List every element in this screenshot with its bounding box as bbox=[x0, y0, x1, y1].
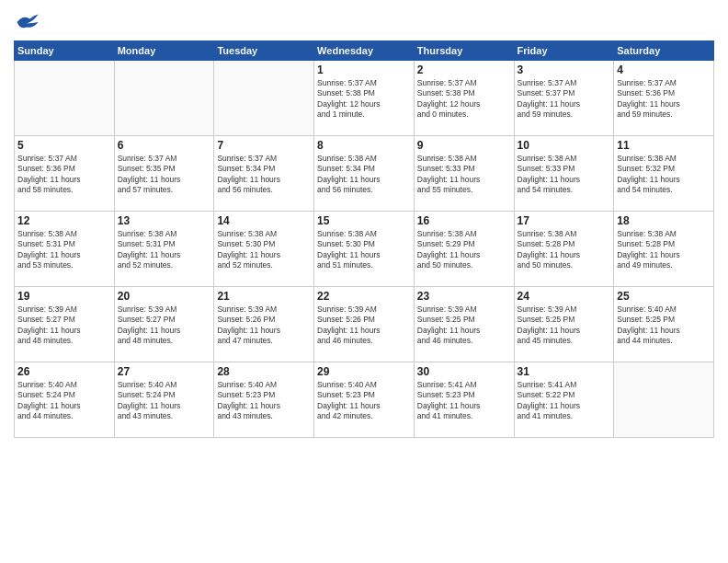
day-info: Sunrise: 5:38 AM Sunset: 5:30 PM Dayligh… bbox=[217, 229, 311, 271]
calendar-cell: 14Sunrise: 5:38 AM Sunset: 5:30 PM Dayli… bbox=[214, 212, 314, 287]
day-number: 20 bbox=[118, 290, 211, 303]
day-number: 29 bbox=[317, 365, 411, 378]
calendar-cell: 19Sunrise: 5:39 AM Sunset: 5:27 PM Dayli… bbox=[15, 287, 115, 362]
calendar-cell bbox=[614, 362, 714, 438]
day-info: Sunrise: 5:37 AM Sunset: 5:38 PM Dayligh… bbox=[417, 78, 511, 121]
day-info: Sunrise: 5:39 AM Sunset: 5:25 PM Dayligh… bbox=[518, 304, 611, 347]
day-number: 19 bbox=[17, 290, 111, 303]
calendar-cell: 18Sunrise: 5:38 AM Sunset: 5:28 PM Dayli… bbox=[614, 212, 714, 287]
day-number: 31 bbox=[518, 365, 611, 378]
day-info: Sunrise: 5:37 AM Sunset: 5:37 PM Dayligh… bbox=[518, 78, 611, 121]
day-number: 15 bbox=[317, 214, 411, 227]
weekday-header-saturday: Saturday bbox=[614, 41, 714, 61]
day-number: 7 bbox=[217, 139, 311, 152]
day-number: 8 bbox=[317, 139, 411, 152]
day-number: 30 bbox=[417, 365, 511, 378]
header bbox=[14, 9, 714, 35]
day-info: Sunrise: 5:39 AM Sunset: 5:27 PM Dayligh… bbox=[17, 304, 111, 347]
day-info: Sunrise: 5:38 AM Sunset: 5:29 PM Dayligh… bbox=[417, 229, 511, 271]
day-info: Sunrise: 5:38 AM Sunset: 5:32 PM Dayligh… bbox=[617, 154, 711, 196]
weekday-header-row: SundayMondayTuesdayWednesdayThursdayFrid… bbox=[15, 41, 714, 61]
day-number: 27 bbox=[118, 365, 211, 378]
page-container: SundayMondayTuesdayWednesdayThursdayFrid… bbox=[0, 0, 728, 563]
calendar-cell: 23Sunrise: 5:39 AM Sunset: 5:25 PM Dayli… bbox=[414, 287, 514, 362]
calendar-cell: 30Sunrise: 5:41 AM Sunset: 5:23 PM Dayli… bbox=[414, 362, 514, 438]
day-info: Sunrise: 5:40 AM Sunset: 5:23 PM Dayligh… bbox=[317, 380, 411, 422]
calendar-week-row: 12Sunrise: 5:38 AM Sunset: 5:31 PM Dayli… bbox=[15, 212, 714, 287]
calendar-week-row: 26Sunrise: 5:40 AM Sunset: 5:24 PM Dayli… bbox=[15, 362, 714, 438]
calendar-table: SundayMondayTuesdayWednesdayThursdayFrid… bbox=[14, 40, 714, 438]
calendar-cell: 29Sunrise: 5:40 AM Sunset: 5:23 PM Dayli… bbox=[314, 362, 415, 438]
day-info: Sunrise: 5:38 AM Sunset: 5:34 PM Dayligh… bbox=[317, 154, 411, 196]
calendar-cell: 12Sunrise: 5:38 AM Sunset: 5:31 PM Dayli… bbox=[15, 212, 115, 287]
day-number: 14 bbox=[217, 214, 311, 227]
day-info: Sunrise: 5:37 AM Sunset: 5:36 PM Dayligh… bbox=[617, 78, 711, 121]
calendar-cell: 28Sunrise: 5:40 AM Sunset: 5:23 PM Dayli… bbox=[214, 362, 314, 438]
weekday-header-thursday: Thursday bbox=[414, 41, 514, 61]
day-info: Sunrise: 5:38 AM Sunset: 5:31 PM Dayligh… bbox=[17, 229, 111, 271]
day-info: Sunrise: 5:38 AM Sunset: 5:31 PM Dayligh… bbox=[118, 229, 211, 271]
day-info: Sunrise: 5:37 AM Sunset: 5:34 PM Dayligh… bbox=[217, 154, 311, 196]
calendar-cell: 3Sunrise: 5:37 AM Sunset: 5:37 PM Daylig… bbox=[514, 61, 614, 136]
calendar-week-row: 19Sunrise: 5:39 AM Sunset: 5:27 PM Dayli… bbox=[15, 287, 714, 362]
calendar-cell: 15Sunrise: 5:38 AM Sunset: 5:30 PM Dayli… bbox=[314, 212, 415, 287]
day-number: 24 bbox=[518, 290, 611, 303]
calendar-cell: 7Sunrise: 5:37 AM Sunset: 5:34 PM Daylig… bbox=[214, 136, 314, 212]
day-number: 22 bbox=[317, 290, 411, 303]
logo bbox=[14, 9, 43, 35]
calendar-cell: 25Sunrise: 5:40 AM Sunset: 5:25 PM Dayli… bbox=[614, 287, 714, 362]
day-number: 4 bbox=[617, 63, 711, 76]
day-info: Sunrise: 5:37 AM Sunset: 5:35 PM Dayligh… bbox=[118, 154, 211, 196]
day-info: Sunrise: 5:41 AM Sunset: 5:23 PM Dayligh… bbox=[417, 380, 511, 422]
weekday-header-friday: Friday bbox=[514, 41, 614, 61]
day-number: 3 bbox=[518, 63, 611, 76]
day-number: 23 bbox=[417, 290, 511, 303]
day-number: 5 bbox=[17, 139, 111, 152]
calendar-cell: 22Sunrise: 5:39 AM Sunset: 5:26 PM Dayli… bbox=[314, 287, 415, 362]
calendar-cell bbox=[114, 61, 214, 136]
calendar-week-row: 1Sunrise: 5:37 AM Sunset: 5:38 PM Daylig… bbox=[15, 61, 714, 136]
calendar-cell: 31Sunrise: 5:41 AM Sunset: 5:22 PM Dayli… bbox=[514, 362, 614, 438]
day-number: 2 bbox=[417, 63, 511, 76]
calendar-cell bbox=[214, 61, 314, 136]
calendar-cell: 9Sunrise: 5:38 AM Sunset: 5:33 PM Daylig… bbox=[414, 136, 514, 212]
calendar-cell: 21Sunrise: 5:39 AM Sunset: 5:26 PM Dayli… bbox=[214, 287, 314, 362]
day-info: Sunrise: 5:37 AM Sunset: 5:36 PM Dayligh… bbox=[17, 154, 111, 196]
day-info: Sunrise: 5:41 AM Sunset: 5:22 PM Dayligh… bbox=[518, 380, 611, 422]
calendar-cell: 16Sunrise: 5:38 AM Sunset: 5:29 PM Dayli… bbox=[414, 212, 514, 287]
calendar-cell: 8Sunrise: 5:38 AM Sunset: 5:34 PM Daylig… bbox=[314, 136, 415, 212]
calendar-week-row: 5Sunrise: 5:37 AM Sunset: 5:36 PM Daylig… bbox=[15, 136, 714, 212]
day-number: 6 bbox=[118, 139, 211, 152]
day-number: 1 bbox=[317, 63, 411, 76]
day-number: 17 bbox=[518, 214, 611, 227]
calendar-cell: 24Sunrise: 5:39 AM Sunset: 5:25 PM Dayli… bbox=[514, 287, 614, 362]
day-info: Sunrise: 5:39 AM Sunset: 5:26 PM Dayligh… bbox=[217, 304, 311, 347]
day-info: Sunrise: 5:39 AM Sunset: 5:26 PM Dayligh… bbox=[317, 304, 411, 347]
day-info: Sunrise: 5:40 AM Sunset: 5:23 PM Dayligh… bbox=[217, 380, 311, 422]
day-info: Sunrise: 5:40 AM Sunset: 5:24 PM Dayligh… bbox=[118, 380, 211, 422]
calendar-cell bbox=[15, 61, 115, 136]
weekday-header-monday: Monday bbox=[114, 41, 214, 61]
weekday-header-wednesday: Wednesday bbox=[314, 41, 415, 61]
weekday-header-tuesday: Tuesday bbox=[214, 41, 314, 61]
calendar-cell: 17Sunrise: 5:38 AM Sunset: 5:28 PM Dayli… bbox=[514, 212, 614, 287]
day-info: Sunrise: 5:37 AM Sunset: 5:38 PM Dayligh… bbox=[317, 78, 411, 121]
calendar-cell: 5Sunrise: 5:37 AM Sunset: 5:36 PM Daylig… bbox=[15, 136, 115, 212]
day-info: Sunrise: 5:38 AM Sunset: 5:28 PM Dayligh… bbox=[617, 229, 711, 271]
day-number: 13 bbox=[118, 214, 211, 227]
day-number: 9 bbox=[417, 139, 511, 152]
day-info: Sunrise: 5:38 AM Sunset: 5:33 PM Dayligh… bbox=[518, 154, 611, 196]
day-number: 26 bbox=[17, 365, 111, 378]
day-info: Sunrise: 5:38 AM Sunset: 5:33 PM Dayligh… bbox=[417, 154, 511, 196]
day-number: 28 bbox=[217, 365, 311, 378]
calendar-cell: 10Sunrise: 5:38 AM Sunset: 5:33 PM Dayli… bbox=[514, 136, 614, 212]
day-number: 12 bbox=[17, 214, 111, 227]
day-number: 16 bbox=[417, 214, 511, 227]
calendar-cell: 4Sunrise: 5:37 AM Sunset: 5:36 PM Daylig… bbox=[614, 61, 714, 136]
day-number: 11 bbox=[617, 139, 711, 152]
day-info: Sunrise: 5:40 AM Sunset: 5:25 PM Dayligh… bbox=[617, 304, 711, 347]
day-info: Sunrise: 5:40 AM Sunset: 5:24 PM Dayligh… bbox=[17, 380, 111, 422]
calendar-cell: 6Sunrise: 5:37 AM Sunset: 5:35 PM Daylig… bbox=[114, 136, 214, 212]
calendar-cell: 20Sunrise: 5:39 AM Sunset: 5:27 PM Dayli… bbox=[114, 287, 214, 362]
calendar-cell: 11Sunrise: 5:38 AM Sunset: 5:32 PM Dayli… bbox=[614, 136, 714, 212]
